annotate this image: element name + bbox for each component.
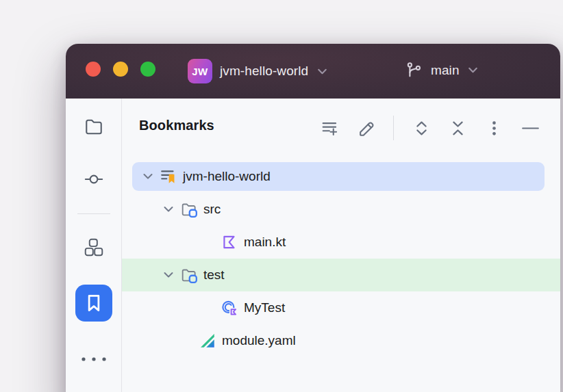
chevron-down-icon xyxy=(466,64,479,77)
collapse-all-button[interactable] xyxy=(448,118,467,138)
chevron-down-icon[interactable] xyxy=(140,169,155,184)
folder-icon xyxy=(84,117,103,135)
kebab-menu-icon xyxy=(485,119,503,138)
branch-name: main xyxy=(431,63,460,78)
tree-item-label: main.kt xyxy=(244,235,286,250)
edit-bookmark-button[interactable] xyxy=(356,118,375,138)
hide-panel-button[interactable] xyxy=(521,118,540,138)
project-selector[interactable]: JW jvm-hello-world xyxy=(188,59,329,83)
kotlin-file-icon xyxy=(221,233,238,251)
tree-item-label: module.yaml xyxy=(222,333,296,348)
structure-icon xyxy=(84,238,103,257)
bookmark-icon xyxy=(84,293,104,313)
tree-item-label: test xyxy=(203,267,225,283)
test-folder-icon xyxy=(180,266,198,284)
tree-item-label: jvm-hello-world xyxy=(183,169,271,184)
expand-all-button[interactable] xyxy=(412,118,431,138)
bookmarks-panel: Bookmarks xyxy=(122,99,560,392)
minimize-button[interactable] xyxy=(113,62,128,77)
toolbar-divider xyxy=(393,116,394,140)
chevron-down-icon xyxy=(316,65,329,78)
panel-toolbar xyxy=(320,116,540,140)
source-folder-icon xyxy=(180,200,198,218)
collapse-all-icon xyxy=(449,119,467,138)
amper-module-icon xyxy=(199,332,216,350)
add-bookmark-list-button[interactable] xyxy=(320,118,339,138)
bookmarks-tree: jvm-hello-world src xyxy=(122,160,560,357)
git-branch-icon xyxy=(405,61,424,79)
minimize-icon xyxy=(521,119,540,138)
sidebar-item-bookmarks-active[interactable] xyxy=(75,285,112,322)
project-name: jvm-hello-world xyxy=(220,64,308,79)
window-controls xyxy=(86,62,155,77)
sidebar-item-more[interactable] xyxy=(66,354,122,365)
titlebar: JW jvm-hello-world main xyxy=(66,44,560,99)
tool-rail xyxy=(66,99,122,392)
tree-row-test[interactable]: test xyxy=(122,259,560,291)
tree-item-label: MyTest xyxy=(244,300,285,315)
branch-selector[interactable]: main xyxy=(405,61,479,79)
project-avatar: JW xyxy=(188,59,212,83)
rail-divider xyxy=(77,213,110,214)
tree-row-main-kt[interactable]: main.kt xyxy=(122,226,560,259)
tree-row-mytest[interactable]: MyTest xyxy=(122,291,560,324)
add-bookmark-list-icon xyxy=(321,119,339,138)
sidebar-item-structure[interactable] xyxy=(66,238,122,257)
chevron-down-icon[interactable] xyxy=(161,202,176,217)
chevron-down-icon[interactable] xyxy=(161,267,176,283)
close-button[interactable] xyxy=(86,62,101,77)
pencil-icon xyxy=(357,119,375,138)
panel-title: Bookmarks xyxy=(139,118,214,133)
sidebar-item-files[interactable] xyxy=(66,117,122,135)
more-dots-icon xyxy=(80,354,108,365)
zoom-button[interactable] xyxy=(140,62,155,77)
sidebar-item-commits[interactable] xyxy=(66,170,122,189)
tree-row-jvm-hello-world[interactable]: jvm-hello-world xyxy=(122,160,560,193)
fleet-window: JW jvm-hello-world main xyxy=(66,44,560,392)
expand-all-icon xyxy=(412,119,431,138)
tree-row-src[interactable]: src xyxy=(122,193,560,226)
commit-icon xyxy=(84,170,103,189)
kotlin-test-class-icon xyxy=(221,299,238,317)
tree-row-module-yaml[interactable]: module.yaml xyxy=(122,324,560,357)
window-content: Bookmarks xyxy=(66,99,560,392)
panel-options-button[interactable] xyxy=(484,118,503,138)
bookmark-list-icon xyxy=(160,168,177,185)
tree-item-label: src xyxy=(203,202,221,217)
